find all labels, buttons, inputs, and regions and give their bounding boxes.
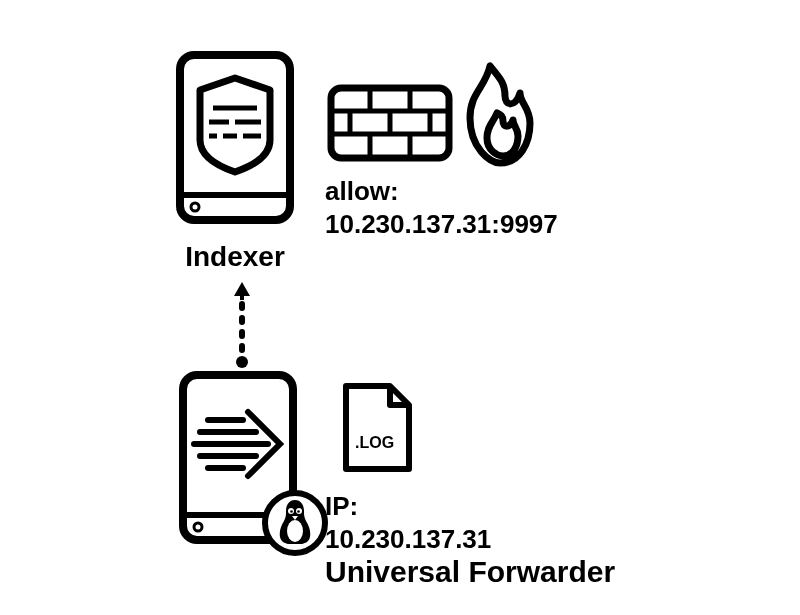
svg-point-34 xyxy=(297,510,300,513)
svg-point-33 xyxy=(290,510,293,513)
network-diagram: allow: 10.230.137.31:9997 Indexer xyxy=(0,0,800,615)
forwarder-ip-text: IP: 10.230.137.31 xyxy=(325,490,491,555)
svg-point-20 xyxy=(236,356,248,368)
indexer-device-icon xyxy=(175,50,295,229)
forwarder-label: Universal Forwarder xyxy=(325,555,615,589)
svg-point-2 xyxy=(191,203,199,211)
ip-label: IP: xyxy=(325,490,491,523)
firewall-icon xyxy=(325,58,535,182)
allow-value: 10.230.137.31:9997 xyxy=(325,208,558,241)
indexer-label: Indexer xyxy=(170,240,300,274)
arrow-up-icon xyxy=(232,280,252,374)
log-file-icon: .LOG xyxy=(340,380,415,479)
ip-value: 10.230.137.31 xyxy=(325,523,491,556)
svg-point-23 xyxy=(194,523,202,531)
svg-point-30 xyxy=(287,520,303,542)
linux-icon xyxy=(262,490,328,560)
allow-label: allow: xyxy=(325,175,558,208)
firewall-rule-text: allow: 10.230.137.31:9997 xyxy=(325,175,558,240)
log-badge-text: .LOG xyxy=(355,434,394,451)
